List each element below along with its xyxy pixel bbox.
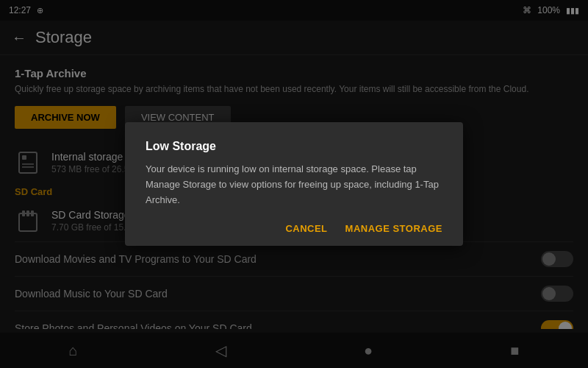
modal-actions: CANCEL MANAGE STORAGE	[146, 223, 442, 234]
modal-overlay: Low Storage Your device is running low o…	[0, 0, 588, 368]
modal-body: Your device is running low on internal s…	[146, 162, 442, 208]
low-storage-modal: Low Storage Your device is running low o…	[125, 122, 463, 245]
modal-title: Low Storage	[146, 140, 442, 153]
manage-storage-button[interactable]: MANAGE STORAGE	[345, 223, 442, 234]
cancel-button[interactable]: CANCEL	[285, 223, 327, 234]
